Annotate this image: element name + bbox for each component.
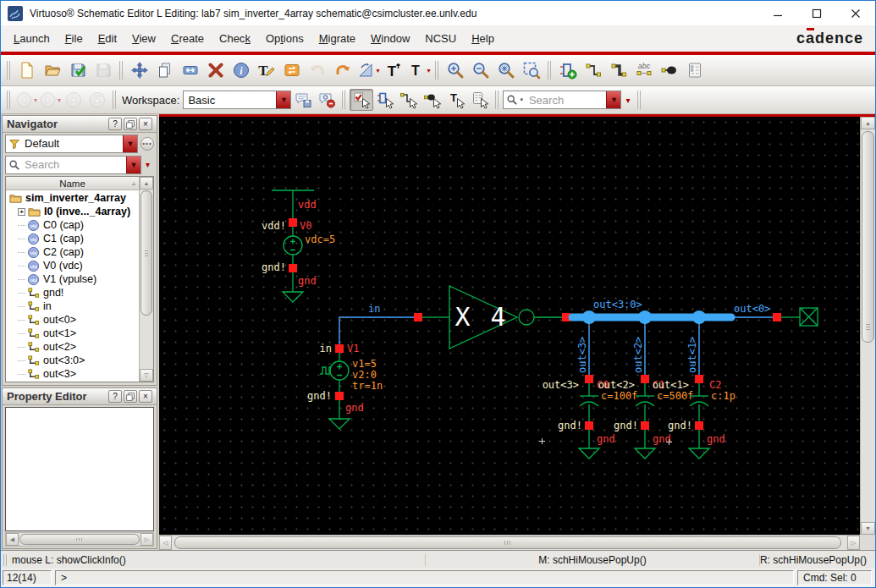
copy-button[interactable] xyxy=(152,58,178,82)
navigator-search-dropdown-icon[interactable]: ▼ xyxy=(126,157,140,173)
tree-item-c1-cap[interactable]: objC1 (cap) xyxy=(6,232,139,245)
tap-label[interactable]: out<1> xyxy=(686,337,698,373)
navigator-filter-combobox[interactable]: Default ▼ xyxy=(5,135,138,153)
pin-label[interactable]: out<1> xyxy=(653,379,689,391)
parameter-label[interactable]: c=500f xyxy=(657,390,693,402)
parameter-label[interactable]: c=100f xyxy=(601,390,637,402)
toolbar-grip[interactable] xyxy=(342,91,346,109)
selection-filter-pin-button[interactable] xyxy=(421,89,444,111)
pin-label[interactable]: out<2> xyxy=(598,379,635,391)
tree-item-out-1[interactable]: out<1> xyxy=(6,327,139,340)
net-label[interactable]: gnd xyxy=(597,433,615,445)
navigator-search-box[interactable]: Search ▼ xyxy=(5,156,141,174)
navigator-more-button[interactable]: ••• xyxy=(140,137,154,151)
text-display-raise-button[interactable]: T xyxy=(381,58,406,82)
tree-item-out-2[interactable]: out<2> xyxy=(6,340,139,354)
search-scope-dropdown-icon[interactable]: ▾ xyxy=(520,96,523,103)
menu-ncsu[interactable]: NCSU xyxy=(417,28,464,49)
pin-label[interactable]: gnd! xyxy=(262,261,286,273)
tap-label[interactable]: out<3> xyxy=(576,337,588,373)
workspace-dropdown-icon[interactable]: ▼ xyxy=(276,91,290,108)
menu-help[interactable]: Help xyxy=(464,28,502,49)
minimize-button[interactable] xyxy=(758,1,797,25)
revert-workspace-button[interactable] xyxy=(315,89,339,111)
search-dropdown-icon[interactable]: ▼ xyxy=(606,91,620,108)
net-label[interactable]: gnd xyxy=(653,433,671,445)
rotate-button[interactable]: ▾ xyxy=(355,58,381,82)
navigator-close-icon[interactable]: × xyxy=(139,118,152,130)
create-wire-name-button[interactable]: abc xyxy=(631,58,657,82)
tree-item-in[interactable]: in xyxy=(6,299,139,313)
dropdown-arrow-icon[interactable]: ▾ xyxy=(376,67,379,74)
expand-icon[interactable]: + xyxy=(18,208,25,216)
scroll-right-icon[interactable]: ▷ xyxy=(847,536,860,550)
canvas-vertical-scrollbar[interactable]: ▲ ▼ xyxy=(860,117,875,535)
parameter-label[interactable]: vdc=5 xyxy=(305,234,335,245)
navigator-filter-dropdown-icon[interactable]: ▼ xyxy=(123,135,137,152)
delete-button[interactable] xyxy=(203,58,229,82)
output-pin-symbol[interactable] xyxy=(800,308,818,326)
schematic-canvas[interactable]: vdd vdd! V0 vdc=5 gnd! gnd in xyxy=(159,117,860,535)
zoom-out-button[interactable] xyxy=(468,58,493,82)
zoom-to-selected-button[interactable] xyxy=(519,58,544,82)
zoom-in-button[interactable] xyxy=(443,58,468,82)
menu-create[interactable]: Create xyxy=(163,28,212,49)
toolbar-grip[interactable] xyxy=(113,91,117,109)
tree-item-gnd[interactable]: gnd! xyxy=(6,286,139,299)
net-label[interactable]: gnd xyxy=(298,275,317,287)
scroll-up-icon[interactable]: ▲ xyxy=(140,177,153,190)
tree-item-out-3[interactable]: out<3> xyxy=(6,367,139,381)
selection-filter-wire-button[interactable] xyxy=(397,89,421,111)
pin-label[interactable]: gnd! xyxy=(614,420,638,431)
redo-button[interactable] xyxy=(330,58,355,82)
new-cellview-button[interactable] xyxy=(14,58,40,82)
scrollbar-thumb[interactable] xyxy=(19,534,140,545)
property-editor-close-icon[interactable]: × xyxy=(139,390,152,403)
sort-ascending-icon[interactable]: ▵ xyxy=(132,179,135,187)
instance-name[interactable]: V0 xyxy=(300,220,311,232)
toolbar-grip[interactable] xyxy=(548,61,552,80)
create-wide-wire-button[interactable] xyxy=(606,58,631,82)
parameter-label[interactable]: v2:0 xyxy=(352,369,377,381)
pin-label[interactable]: gnd! xyxy=(668,420,692,431)
properties-button[interactable]: i xyxy=(229,58,254,82)
parameter-label[interactable]: tr=1n xyxy=(352,380,383,392)
navigator-titlebar[interactable]: Navigator ? × xyxy=(3,116,157,133)
tree-item-v0-vdc[interactable]: objV0 (vdc) xyxy=(6,259,139,272)
bus-label[interactable]: out<3:0> xyxy=(593,299,642,310)
menu-file[interactable]: File xyxy=(58,28,91,49)
tap-label[interactable]: out<2> xyxy=(632,337,644,373)
menu-migrate[interactable]: Migrate xyxy=(311,28,363,49)
capacitor-c2[interactable]: out<1> C2 c:1p gnd! gnd xyxy=(653,375,736,459)
menu-edit[interactable]: Edit xyxy=(91,28,124,49)
pin-label[interactable]: out<3> xyxy=(543,379,579,391)
toolbar-grip[interactable] xyxy=(7,61,11,80)
parameter-label[interactable]: v1=5 xyxy=(352,358,377,370)
property-editor-button[interactable] xyxy=(682,58,708,82)
tree-item-out-3-0[interactable]: out<3:0> xyxy=(6,354,139,367)
vdc-source-v0[interactable]: vdd vdd! V0 vdc=5 gnd! gnd xyxy=(262,190,335,302)
tree-item-out-0[interactable]: out<0> xyxy=(6,313,139,327)
menu-options[interactable]: Options xyxy=(258,28,311,49)
property-editor-scrollbar[interactable]: ◀ ▷ xyxy=(5,532,154,547)
scroll-left-icon[interactable]: ◀ xyxy=(6,533,19,546)
instance-name[interactable]: V1 xyxy=(347,343,359,354)
scrollbar-thumb[interactable] xyxy=(174,536,841,549)
toolbar-grip[interactable] xyxy=(637,91,642,109)
scrollbar-thumb[interactable] xyxy=(862,131,874,343)
output-bus[interactable]: out<3:0> out<0> out<3> out<2> xyxy=(562,299,818,375)
tree-name-header[interactable]: Name ▵ xyxy=(6,177,139,190)
selection-filter-instance-button[interactable] xyxy=(373,89,397,111)
text-display-button[interactable]: T▾ xyxy=(406,58,432,82)
pin-label[interactable]: gnd! xyxy=(307,390,332,402)
create-wire-button[interactable] xyxy=(581,58,606,82)
parameter-label[interactable]: c:1p xyxy=(711,390,736,402)
scroll-down-icon[interactable]: ▽ xyxy=(140,369,153,382)
scroll-down-icon[interactable]: ▼ xyxy=(861,522,875,535)
tree-item-v1-vpulse[interactable]: objV1 (vpulse) xyxy=(6,272,139,286)
pin-label[interactable]: in xyxy=(320,343,332,354)
menu-check[interactable]: Check xyxy=(212,28,258,49)
net-label[interactable]: gnd xyxy=(345,402,364,414)
property-editor-float-icon[interactable] xyxy=(124,390,137,403)
navigator-help-icon[interactable]: ? xyxy=(108,118,122,130)
